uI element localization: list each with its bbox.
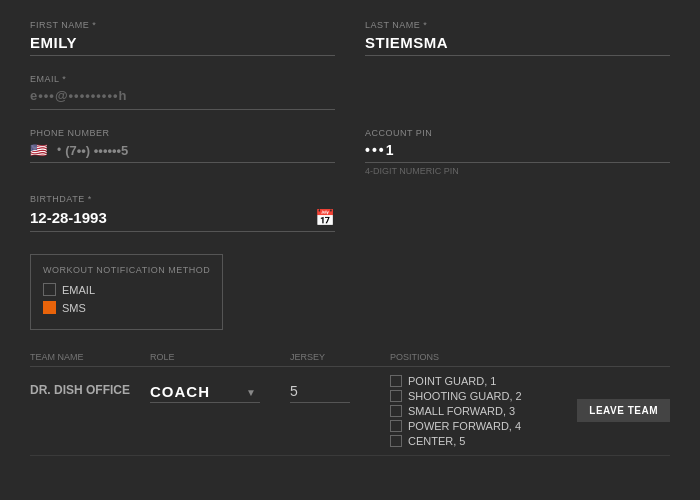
pin-group: ACCOUNT PIN •••1 4-DIGIT NUMERIC PIN (365, 128, 670, 176)
email-row: EMAIL * e•••@•••••••••h (30, 74, 670, 110)
pos-label-1: POINT GUARD, 1 (408, 375, 496, 387)
email-checkbox-label: EMAIL (62, 284, 95, 296)
leave-team-button[interactable]: LEAVE TEAM (577, 399, 670, 422)
notification-title: WORKOUT NOTIFICATION METHOD (43, 265, 210, 275)
phone-label: PHONE NUMBER (30, 128, 335, 138)
birthdate-group: BIRTHDATE * 12-28-1993 📅 (30, 194, 335, 232)
phone-input-row: 🇺🇸 • (7••) ••••••5 (30, 142, 335, 163)
sms-checkbox[interactable] (43, 301, 56, 314)
chevron-down-icon: ▼ (246, 387, 256, 398)
table-header: TEAM NAME ROLE JERSEY POSITIONS (30, 348, 670, 367)
calendar-icon[interactable]: 📅 (315, 208, 335, 227)
birthdate-label: BIRTHDATE * (30, 194, 335, 204)
last-name-value: STIEMSMA (365, 34, 670, 56)
team-name-cell: DR. DISH OFFICE (30, 375, 150, 397)
pos-label-4: POWER FORWARD, 4 (408, 420, 521, 432)
col-positions: POSITIONS (390, 352, 580, 362)
team-data-row: DR. DISH OFFICE COACH PLAYER MANAGER ▼ 5… (30, 367, 670, 456)
pos-checkbox-2[interactable] (390, 390, 402, 402)
jersey-cell: 5 (290, 375, 390, 403)
actions-col: LEAVE TEAM (577, 375, 670, 422)
notification-row: WORKOUT NOTIFICATION METHOD EMAIL SMS (30, 250, 670, 330)
role-cell: COACH PLAYER MANAGER ▼ (150, 375, 290, 403)
email-value: e•••@•••••••••h (30, 88, 335, 110)
birthdate-value: 12-28-1993 (30, 209, 315, 226)
jersey-value: 5 (290, 383, 350, 403)
pin-label: ACCOUNT PIN (365, 128, 670, 138)
email-checkbox-row[interactable]: EMAIL (43, 283, 210, 296)
pos-checkbox-4[interactable] (390, 420, 402, 432)
position-row-5: CENTER, 5 (390, 435, 577, 447)
phone-dash: • (57, 143, 61, 157)
pos-label-5: CENTER, 5 (408, 435, 465, 447)
flag-icon: 🇺🇸 (30, 142, 47, 158)
positions-cell: POINT GUARD, 1 SHOOTING GUARD, 2 SMALL F… (390, 375, 577, 447)
pos-label-2: SHOOTING GUARD, 2 (408, 390, 522, 402)
sms-checkbox-label: SMS (62, 302, 86, 314)
pos-checkbox-3[interactable] (390, 405, 402, 417)
col-team-name: TEAM NAME (30, 352, 150, 362)
last-name-label: LAST NAME * (365, 20, 670, 30)
name-row: FIRST NAME * EMILY LAST NAME * STIEMSMA (30, 20, 670, 56)
col-role: ROLE (150, 352, 290, 362)
pos-checkbox-1[interactable] (390, 375, 402, 387)
phone-group: PHONE NUMBER 🇺🇸 • (7••) ••••••5 (30, 128, 335, 176)
birthdate-row: BIRTHDATE * 12-28-1993 📅 (30, 194, 670, 232)
pin-hint: 4-DIGIT NUMERIC PIN (365, 166, 670, 176)
email-group: EMAIL * e•••@•••••••••h (30, 74, 335, 110)
empty-right (365, 74, 670, 110)
first-name-group: FIRST NAME * EMILY (30, 20, 335, 56)
notification-box: WORKOUT NOTIFICATION METHOD EMAIL SMS (30, 254, 223, 330)
pos-checkbox-5[interactable] (390, 435, 402, 447)
first-name-label: FIRST NAME * (30, 20, 335, 30)
email-label: EMAIL * (30, 74, 335, 84)
email-checkbox[interactable] (43, 283, 56, 296)
pos-label-3: SMALL FORWARD, 3 (408, 405, 515, 417)
birthdate-input-row: 12-28-1993 📅 (30, 208, 335, 232)
pin-value: •••1 (365, 142, 670, 163)
position-row-1: POINT GUARD, 1 (390, 375, 577, 387)
position-row-4: POWER FORWARD, 4 (390, 420, 577, 432)
sms-checkbox-row[interactable]: SMS (43, 301, 210, 314)
last-name-group: LAST NAME * STIEMSMA (365, 20, 670, 56)
first-name-value: EMILY (30, 34, 335, 56)
col-jersey: JERSEY (290, 352, 390, 362)
position-row-3: SMALL FORWARD, 3 (390, 405, 577, 417)
position-row-2: SHOOTING GUARD, 2 (390, 390, 577, 402)
role-select[interactable]: COACH PLAYER MANAGER (150, 381, 260, 403)
phone-masked: (7••) ••••••5 (65, 143, 128, 158)
phone-pin-row: PHONE NUMBER 🇺🇸 • (7••) ••••••5 ACCOUNT … (30, 128, 670, 176)
birthdate-right-empty (365, 194, 670, 232)
main-container: FIRST NAME * EMILY LAST NAME * STIEMSMA … (0, 0, 700, 476)
